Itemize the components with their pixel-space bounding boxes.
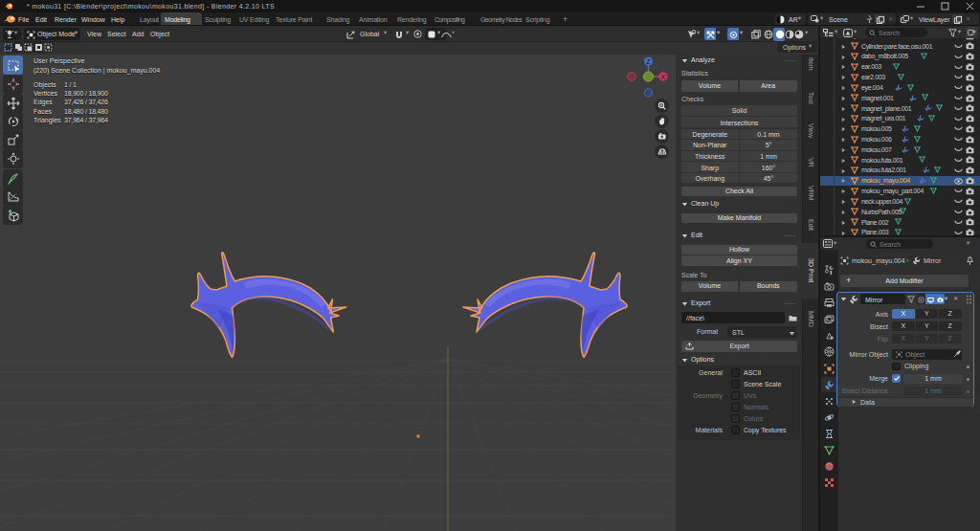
- svg-text:X: X: [661, 74, 666, 80]
- svg-text:Z: Z: [647, 58, 651, 65]
